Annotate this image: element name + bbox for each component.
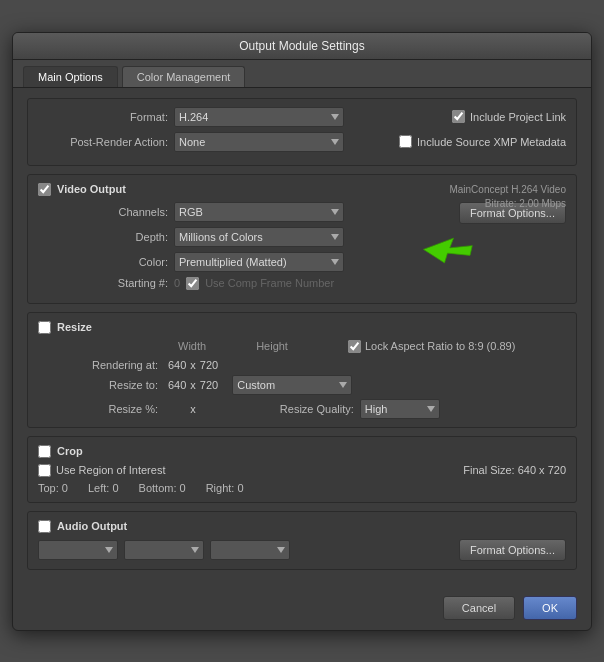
crop-checkbox[interactable] xyxy=(38,445,51,458)
tooltip-annotation: MainConcept H.264 Video Bitrate: 2.00 Mb… xyxy=(449,183,566,211)
depth-select[interactable]: Millions of Colors xyxy=(174,227,344,247)
resize-section: Resize Width Height Lock Aspect Ratio to… xyxy=(27,312,577,428)
rendering-width: 640 xyxy=(168,359,186,371)
color-row: Color: Premultiplied (Matted) xyxy=(38,252,406,272)
resize-pct-label: Resize %: xyxy=(38,399,168,419)
starting-row: Starting #: 0 Use Comp Frame Number xyxy=(38,277,406,290)
audio-format-options-button[interactable]: Format Options... xyxy=(459,539,566,561)
resize-quality-label: Resize Quality: xyxy=(280,403,354,415)
format-select[interactable]: H.264 xyxy=(174,107,344,127)
color-select[interactable]: Premultiplied (Matted) xyxy=(174,252,344,272)
resize-to-width: 640 xyxy=(168,379,186,391)
resize-quality-select[interactable]: High xyxy=(360,399,440,419)
right-label: Right: 0 xyxy=(206,482,244,494)
video-output-label: Video Output xyxy=(57,183,126,195)
resize-header: Resize xyxy=(38,321,566,334)
rendering-height: 720 xyxy=(200,359,218,371)
main-content: Format: H.264 Include Project Link Post-… xyxy=(13,88,591,588)
svg-marker-0 xyxy=(424,238,473,263)
post-render-label: Post-Render Action: xyxy=(38,136,168,148)
cancel-button[interactable]: Cancel xyxy=(443,596,515,620)
final-size-label: Final Size: 640 x 720 xyxy=(463,464,566,476)
use-comp-frame-label: Use Comp Frame Number xyxy=(205,277,334,289)
tab-color-management[interactable]: Color Management xyxy=(122,66,246,87)
post-render-control: None xyxy=(174,132,389,152)
resize-to-label: Resize to: xyxy=(38,375,168,395)
audio-section: Audio Output Format Options... xyxy=(27,511,577,570)
green-arrow-icon xyxy=(416,230,476,280)
tabs-bar: Main Options Color Management xyxy=(13,60,591,88)
rendering-at-values: 640 x 720 xyxy=(168,359,566,371)
include-project-link-checkbox[interactable] xyxy=(452,110,465,123)
audio-output-label: Audio Output xyxy=(57,520,127,532)
use-comp-frame-checkbox[interactable] xyxy=(186,277,199,290)
left-label: Left: 0 xyxy=(88,482,119,494)
dialog: Output Module Settings Main Options Colo… xyxy=(12,32,592,631)
footer: Cancel OK xyxy=(13,588,591,630)
ok-button[interactable]: OK xyxy=(523,596,577,620)
depth-label: Depth: xyxy=(38,231,168,243)
include-project-link-label: Include Project Link xyxy=(470,111,566,123)
resize-pct-values: x Resize Quality: High xyxy=(168,399,566,419)
tab-main-options[interactable]: Main Options xyxy=(23,66,118,87)
audio-output-checkbox[interactable] xyxy=(38,520,51,533)
crop-section: Crop Use Region of Interest Final Size: … xyxy=(27,436,577,503)
rendering-at-label: Rendering at: xyxy=(38,359,168,371)
starting-value: 0 xyxy=(174,277,180,289)
depth-row: Depth: Millions of Colors xyxy=(38,227,406,247)
video-output-checkbox[interactable] xyxy=(38,183,51,196)
channels-select[interactable]: RGB xyxy=(174,202,344,222)
format-control: H.264 xyxy=(174,107,442,127)
crop-label: Crop xyxy=(57,445,83,457)
format-row: Format: H.264 Include Project Link xyxy=(38,107,566,127)
channels-label: Channels: xyxy=(38,206,168,218)
crop-fields: Top: 0 Left: 0 Bottom: 0 Right: 0 xyxy=(38,482,566,494)
channels-row: Channels: RGB xyxy=(38,202,406,222)
video-output-section: Video Output Channels: RGB Depth: xyxy=(27,174,577,304)
audio-select-2[interactable] xyxy=(124,540,204,560)
audio-controls: Format Options... xyxy=(38,539,566,561)
lock-aspect-checkbox[interactable] xyxy=(348,340,361,353)
width-header: Width xyxy=(178,340,206,353)
resize-label: Resize xyxy=(57,321,92,333)
lock-aspect-label: Lock Aspect Ratio to 8:9 (0.89) xyxy=(365,340,515,352)
resize-checkbox[interactable] xyxy=(38,321,51,334)
resize-to-height: 720 xyxy=(200,379,218,391)
include-xmp-label: Include Source XMP Metadata xyxy=(417,136,566,148)
title-bar: Output Module Settings xyxy=(13,33,591,60)
audio-select-1[interactable] xyxy=(38,540,118,560)
resize-to-values: 640 x 720 Custom xyxy=(168,375,566,395)
use-roi-label: Use Region of Interest xyxy=(56,464,165,476)
dialog-title: Output Module Settings xyxy=(239,39,364,53)
height-header: Height xyxy=(256,340,288,353)
audio-output-header: Audio Output xyxy=(38,520,566,533)
include-xmp-checkbox[interactable] xyxy=(399,135,412,148)
bottom-label: Bottom: 0 xyxy=(139,482,186,494)
starting-label: Starting #: xyxy=(38,277,168,289)
color-label: Color: xyxy=(38,256,168,268)
post-render-row: Post-Render Action: None Include Source … xyxy=(38,132,566,152)
format-label: Format: xyxy=(38,111,168,123)
audio-select-3[interactable] xyxy=(210,540,290,560)
format-section: Format: H.264 Include Project Link Post-… xyxy=(27,98,577,166)
resize-custom-select[interactable]: Custom xyxy=(232,375,352,395)
crop-header: Crop xyxy=(38,445,566,458)
use-roi-checkbox[interactable] xyxy=(38,464,51,477)
top-label: Top: 0 xyxy=(38,482,68,494)
post-render-select[interactable]: None xyxy=(174,132,344,152)
